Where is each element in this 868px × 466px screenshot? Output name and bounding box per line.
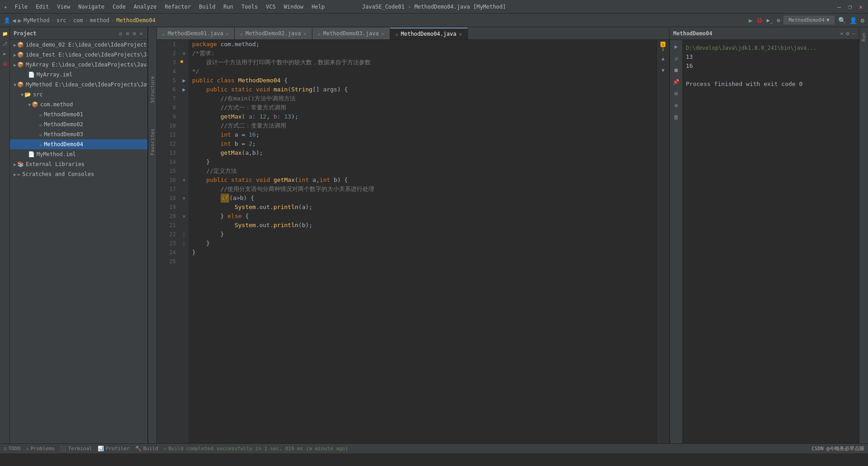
code-line-16: public static void getMax(int a,int b) { — [192, 176, 653, 185]
close-button[interactable]: ✕ — [857, 3, 864, 10]
tree-item-methoddemo01[interactable]: ☕ MethodDemo01 — [10, 109, 147, 119]
run-trash-icon[interactable]: 🗑 — [671, 112, 681, 122]
tab-methoddemo03[interactable]: ☕ MethodDemo03.java ✕ — [312, 28, 390, 39]
line-num-2: 2 — [160, 49, 176, 58]
code-line-5: public class MethodDemo04 { — [192, 76, 653, 85]
tree-item-mymethod[interactable]: ▼ 📦 MyMethod E:\idea_code\IdeaProjects\J… — [10, 80, 147, 90]
breadcrumb-method[interactable]: method — [90, 17, 109, 24]
run-settings-side-icon[interactable]: ⚙ — [671, 100, 681, 110]
breadcrumb-file[interactable]: MethodDemo04 — [116, 17, 156, 24]
tab-methoddemo02[interactable]: ☕ MethodDemo02.java ✕ — [235, 28, 312, 39]
code-line-24: } — [192, 248, 653, 257]
tab-close-icon[interactable]: ✕ — [382, 31, 384, 36]
tree-item-scratches[interactable]: ▶ ✏ Scratches and Consoles — [10, 169, 147, 179]
run-output-16: 16 — [686, 62, 855, 71]
tab-methoddemo04[interactable]: ☕ MethodDemo04.java ✕ — [390, 28, 468, 39]
tab-methoddemo01[interactable]: ☕ MethodDemo01.java ✕ — [157, 28, 235, 39]
tree-item-ext-libs[interactable]: ▶ 📚 External Libraries — [10, 159, 147, 169]
tree-item-com-method[interactable]: ▼ 📦 com.method — [10, 100, 147, 109]
run-filter-icon[interactable]: ⊞ — [671, 89, 681, 99]
tree-item-idea-demo02[interactable]: ▶ 📦 idea_demo_02 E:\idea_code\IdeaProjec… — [10, 40, 147, 50]
tree-item-myarray[interactable]: ▶ 📦 MyArray E:\idea_code\IdeaProjects\Ja… — [10, 60, 147, 70]
panel-collapse-icon[interactable]: ≡ — [125, 29, 130, 38]
line-num-5: 5 — [160, 76, 176, 85]
breadcrumb-com[interactable]: com — [73, 17, 83, 24]
status-terminal[interactable]: ⬛ Terminal — [60, 446, 92, 452]
tree-item-myarray-iml[interactable]: 📄 MyArray.iml — [10, 70, 147, 80]
maximize-button[interactable]: ❐ — [846, 3, 854, 10]
line-num-24: 24 — [160, 248, 176, 257]
menu-help[interactable]: Help — [308, 3, 328, 11]
user-icon[interactable]: 👤 — [849, 17, 857, 24]
menu-analyze[interactable]: Analyze — [130, 3, 160, 11]
run-pin-icon[interactable]: 📌 — [671, 77, 681, 87]
tab-close-icon[interactable]: ✕ — [304, 31, 307, 36]
warning-indicator[interactable]: ⚠ 1 — [658, 42, 668, 52]
menu-navigate[interactable]: Navigate — [75, 3, 108, 11]
favorites-label[interactable]: Favorites — [148, 125, 157, 159]
tab-close-icon[interactable]: ✕ — [226, 31, 229, 36]
tab-close-icon[interactable]: ✕ — [459, 32, 462, 37]
menu-vcs[interactable]: VCS — [262, 3, 279, 11]
run-button[interactable]: ▶ — [749, 17, 752, 24]
menu-edit[interactable]: Edit — [32, 3, 52, 11]
window-controls: — ❐ ✕ — [835, 3, 864, 10]
menu-run[interactable]: Run — [220, 3, 237, 11]
toolbar-more[interactable]: ⚙ — [777, 17, 780, 24]
breadcrumb-mymethod[interactable]: MyMethod — [24, 17, 50, 24]
editor-area: ☕ MethodDemo01.java ✕ ☕ MethodDemo02.jav… — [157, 27, 669, 443]
code-editor[interactable]: package com.method; /*需求: 设计一个方法用于打印两个数中… — [189, 40, 656, 443]
panel-close-icon[interactable]: ✕ — [139, 29, 144, 38]
problems-icon: ⚠ — [26, 446, 29, 452]
tree-item-src[interactable]: ▼ 📂 src — [10, 90, 147, 100]
run-with-coverage-button[interactable]: ▶̲ — [767, 17, 773, 24]
sidebar-commit-icon[interactable]: ⎇ — [0, 39, 9, 48]
menu-file[interactable]: File — [11, 3, 31, 11]
status-todo[interactable]: ☑ TODO — [4, 446, 20, 452]
chevron-down-icon[interactable]: ▼ — [658, 65, 668, 75]
run-minimize-icon[interactable]: — — [852, 30, 855, 37]
menu-build[interactable]: Build — [195, 3, 219, 11]
code-line-2: /*需求: — [192, 49, 653, 58]
status-problems[interactable]: ⚠ Problems — [26, 446, 55, 452]
run-play-icon[interactable]: ▶ — [671, 42, 681, 52]
tree-item-mymethod-iml[interactable]: 📄 MyMethod.iml — [10, 149, 147, 159]
run-config-dropdown[interactable]: MethodDemo04 ▼ — [783, 16, 834, 24]
debug-button[interactable]: 🐞 — [756, 17, 763, 24]
sidebar-debug-icon[interactable]: 🐞 — [0, 59, 9, 68]
expand-arrow-icon: ▶ — [14, 62, 16, 67]
java-tab-icon: ☕ — [318, 31, 321, 36]
menu-window[interactable]: Window — [280, 3, 307, 11]
run-settings-icon[interactable]: ⚙ — [846, 30, 849, 37]
status-build[interactable]: 🔨 Build — [135, 446, 158, 452]
panel-settings-icon[interactable]: ⚙ — [132, 29, 137, 38]
breadcrumb-src[interactable]: src — [57, 17, 66, 24]
gutter-3: ● — [179, 58, 189, 67]
panel-locate-icon[interactable]: ◎ — [118, 29, 123, 38]
search-button[interactable]: 🔍 — [838, 17, 846, 24]
run-close-icon[interactable]: ✕ — [840, 30, 843, 37]
sidebar-run-icon[interactable]: ▶ — [0, 49, 9, 58]
run-sidebar-label[interactable]: Run — [859, 29, 868, 45]
tree-item-methoddemo03[interactable]: ☕ MethodDemo03 — [10, 129, 147, 139]
run-rerun-icon[interactable]: ↺ — [671, 53, 681, 63]
settings-icon[interactable]: ⚙ — [861, 17, 864, 24]
menu-code[interactable]: Code — [109, 3, 129, 11]
tree-item-methoddemo02[interactable]: ☕ MethodDemo02 — [10, 119, 147, 129]
menu-refactor[interactable]: Refactor — [161, 3, 194, 11]
line-num-8: 8 — [160, 103, 176, 112]
tree-item-idea-test[interactable]: ▶ 📦 idea_test E:\idea_code\IdeaProjects\… — [10, 50, 147, 60]
structure-label[interactable]: Structure — [148, 72, 157, 107]
menu-tools[interactable]: Tools — [238, 3, 261, 11]
minimize-button[interactable]: — — [835, 3, 843, 10]
chevron-up-icon[interactable]: ▲ — [658, 53, 668, 63]
back-button[interactable]: ◀ — [12, 17, 16, 24]
tree-item-methoddemo04[interactable]: ☕ MethodDemo04 — [10, 139, 147, 149]
tree-label: src — [33, 91, 43, 98]
status-profiler[interactable]: 📊 Profiler — [98, 446, 130, 452]
sidebar-project-icon[interactable]: 📁 — [0, 29, 9, 38]
run-stop-icon[interactable]: ■ — [671, 65, 681, 75]
tree-label: Scratches and Consoles — [22, 171, 94, 177]
menu-view[interactable]: View — [53, 3, 74, 11]
forward-button[interactable]: ▶ — [18, 17, 21, 24]
